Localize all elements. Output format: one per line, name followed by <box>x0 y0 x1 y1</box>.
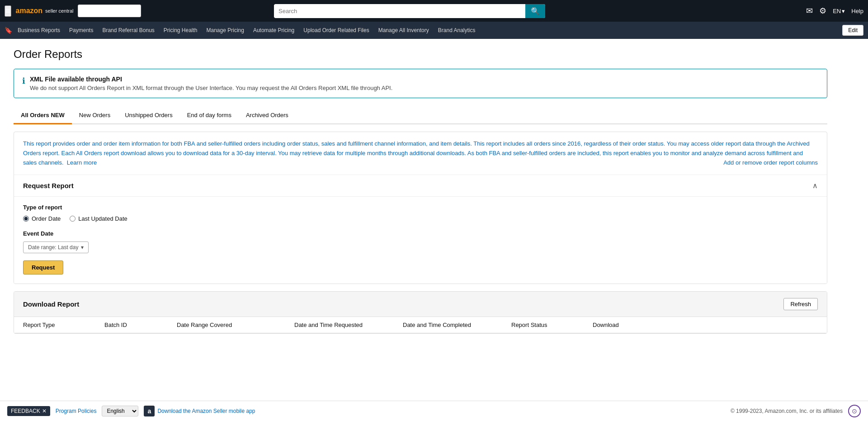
report-description: This report provides order and order ite… <box>14 132 827 175</box>
info-icon: ℹ <box>22 76 25 86</box>
description-text: This report provides order and order ite… <box>23 140 810 166</box>
top-nav: ≡ amazon seller central 🔍 ✉ ⚙ EN ▾ Help <box>0 0 868 22</box>
request-button[interactable]: Request <box>23 260 63 274</box>
radio-last-updated-date-label: Last Updated Date <box>78 215 127 222</box>
bookmark-icon: 🔖 <box>5 27 12 34</box>
type-of-report-label: Type of report <box>23 204 818 211</box>
nav-automate-pricing[interactable]: Automate Pricing <box>250 25 298 35</box>
tabs: All Orders NEW New Orders Unshipped Orde… <box>14 107 827 124</box>
seller-central-label: seller central <box>45 8 73 14</box>
tab-archived-orders[interactable]: Archived Orders <box>239 107 296 124</box>
info-box: ℹ XML File available through API We do n… <box>14 69 827 98</box>
search-bar: 🔍 <box>274 4 545 18</box>
radio-last-updated-date[interactable]: Last Updated Date <box>70 215 127 222</box>
col-download: Download <box>593 322 647 328</box>
language-selector[interactable]: EN ▾ <box>833 8 845 14</box>
info-box-title: XML File available through API <box>30 76 392 83</box>
info-box-content: XML File available through API We do not… <box>30 76 392 91</box>
page-title: Order Reports <box>14 48 827 61</box>
col-batch-id: Batch ID <box>104 322 177 328</box>
amazon-logo: amazon <box>16 7 43 15</box>
date-chevron-icon: ▾ <box>81 244 84 251</box>
col-date-time-completed: Date and Time Completed <box>403 322 511 328</box>
add-remove-columns-link[interactable]: Add or remove order report columns <box>723 158 818 168</box>
date-range-label: Date range: Last day <box>28 244 78 251</box>
search-button[interactable]: 🔍 <box>525 4 545 18</box>
col-report-type: Report Type <box>23 322 104 328</box>
table-header: Report Type Batch ID Date Range Covered … <box>14 317 827 333</box>
nav-upload-order-files[interactable]: Upload Order Related Files <box>300 25 373 35</box>
radio-group: Order Date Last Updated Date <box>23 215 818 222</box>
tab-new-orders[interactable]: New Orders <box>72 107 118 124</box>
col-report-status: Report Status <box>511 322 593 328</box>
request-report-body: Type of report Order Date Last Updated D… <box>14 197 827 284</box>
refresh-button[interactable]: Refresh <box>783 298 818 310</box>
nav-payments[interactable]: Payments <box>66 25 97 35</box>
learn-more-link[interactable]: Learn more <box>67 159 97 166</box>
hamburger-menu[interactable]: ≡ <box>5 5 11 17</box>
request-report-title: Request Report <box>23 182 74 189</box>
nav-business-reports[interactable]: Business Reports <box>14 25 64 35</box>
help-button[interactable]: Help <box>851 8 863 14</box>
col-date-range-covered: Date Range Covered <box>177 322 294 328</box>
info-box-text: We do not support All Orders Report in X… <box>30 85 392 91</box>
secondary-nav: 🔖 Business Reports Payments Brand Referr… <box>0 22 868 39</box>
nav-pricing-health[interactable]: Pricing Health <box>160 25 201 35</box>
nav-manage-pricing[interactable]: Manage Pricing <box>203 25 248 35</box>
tab-unshipped-orders[interactable]: Unshipped Orders <box>118 107 180 124</box>
radio-order-date-input[interactable] <box>23 216 29 222</box>
request-report-header[interactable]: Request Report ∧ <box>14 175 827 197</box>
nav-brand-analytics[interactable]: Brand Analytics <box>434 25 479 35</box>
nav-icons: ✉ ⚙ EN ▾ Help <box>806 6 863 16</box>
radio-last-updated-date-input[interactable] <box>70 216 75 222</box>
request-chevron-icon: ∧ <box>812 181 818 190</box>
nav-brand-referral-bonus[interactable]: Brand Referral Bonus <box>99 25 158 35</box>
logo-area: amazon seller central <box>16 7 74 15</box>
search-input[interactable] <box>274 5 525 17</box>
download-report-header: Download Report Refresh <box>14 292 827 317</box>
col-date-time-requested: Date and Time Requested <box>294 322 403 328</box>
date-range-dropdown[interactable]: Date range: Last day ▾ <box>23 241 89 253</box>
mail-icon[interactable]: ✉ <box>806 6 813 16</box>
gear-icon[interactable]: ⚙ <box>819 6 826 16</box>
edit-button[interactable]: Edit <box>842 25 863 36</box>
report-card: This report provides order and order ite… <box>14 132 827 284</box>
radio-order-date-label: Order Date <box>32 215 61 222</box>
radio-order-date[interactable]: Order Date <box>23 215 61 222</box>
page-content: Order Reports ℹ XML File available throu… <box>0 39 841 361</box>
tab-all-orders-new[interactable]: All Orders NEW <box>14 107 72 124</box>
tab-end-of-day-forms[interactable]: End of day forms <box>180 107 239 124</box>
store-selector[interactable] <box>78 5 141 17</box>
event-date-label: Event Date <box>23 230 818 237</box>
download-report-title: Download Report <box>23 300 79 308</box>
download-report-section: Download Report Refresh Report Type Batc… <box>14 291 827 334</box>
nav-manage-all-inventory[interactable]: Manage All Inventory <box>375 25 433 35</box>
